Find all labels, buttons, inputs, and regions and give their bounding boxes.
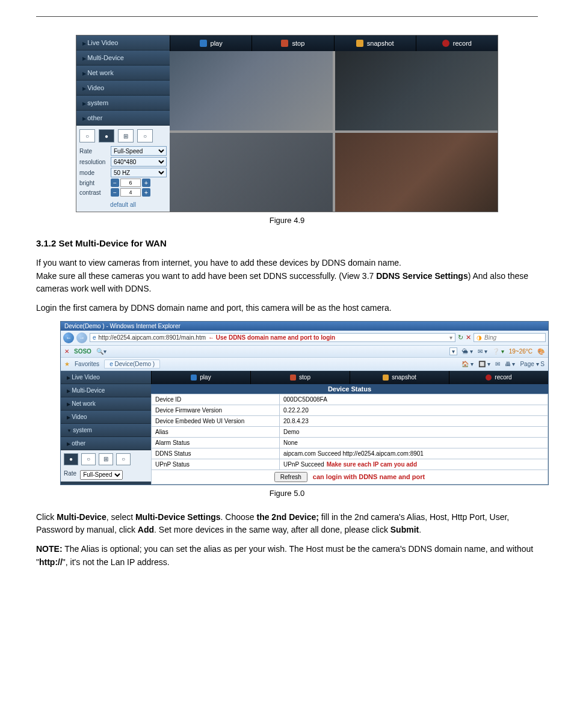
layout-1-icon[interactable]: ○ [81,453,96,465]
page-menu-label[interactable]: Page ▾ S [520,361,545,367]
fig49-side-panel: Live Video Multi-Device Net work Video s… [76,35,170,212]
forward-button[interactable]: → [76,332,87,343]
video-cell-1[interactable] [170,51,333,130]
video-cell-4[interactable] [335,133,498,212]
fig49-control-box: ○ ● ⊞ ○ Rate Full-Speed resolution 640*4… [76,126,170,212]
layout-9-icon[interactable]: ⊞ [99,453,113,465]
address-annotation: ← Use DDNS domain name and port to login [208,334,335,341]
menu-multi-device[interactable]: Multi-Device [76,50,170,66]
palette-icon[interactable]: 🎨 [537,348,545,355]
layout-4-icon[interactable]: ● [99,129,114,142]
refresh-button[interactable]: Refresh [274,472,307,482]
search-icon[interactable]: 🔍▾ [96,348,106,355]
resolution-select[interactable]: 640*480 [111,157,167,167]
stop-load-icon[interactable]: ✕ [466,334,471,341]
menu-video[interactable]: Video [76,81,170,96]
window-title: Device(Demo ) - Windows Internet Explore… [61,322,548,331]
soso-label: SOSO [74,348,91,355]
tail-paragraph-1: Click Multi-Device, select Multi-Device … [36,511,538,537]
table-row: Device Firmware Version0.22.2.20 [152,405,548,415]
video-cell-2[interactable] [335,51,498,130]
play-icon [191,375,197,381]
menu-system[interactable]: system [61,424,151,437]
contrast-plus-button[interactable]: + [142,188,150,197]
address-bar[interactable]: e http://e0254.aipcam.com:8901/main.htm … [90,333,455,342]
back-button[interactable]: ← [63,332,74,343]
menu-network[interactable]: Net work [61,397,151,411]
snapshot-button[interactable]: snapshot [334,35,416,51]
toolbar-dropdown[interactable]: ▾ [449,347,457,355]
annotation-2: can login with DDNS name and port [313,473,425,480]
record-button[interactable]: record [416,35,498,51]
mode-select[interactable]: 50 HZ [111,168,167,177]
play-button[interactable]: play [151,371,250,384]
menu-live-video[interactable]: Live Video [61,371,151,384]
refresh-icon[interactable]: ↻ [458,334,463,341]
menu-live-video[interactable]: Live Video [76,35,170,50]
section-paragraph-1: If you want to view cameras from interne… [36,257,538,296]
layout-16-icon[interactable]: ○ [137,129,153,142]
home-icon[interactable]: 🏠 ▾ [461,361,474,367]
menu-multi-device[interactable]: Multi-Device [61,384,151,397]
mail-icon[interactable]: ✉ ▾ [478,348,487,355]
section-paragraph-2: Login the first camera by DDNS domain na… [36,302,538,315]
contrast-input[interactable] [120,188,141,197]
refresh-row: Refresh can login with DDNS name and por… [151,470,548,485]
snapshot-button[interactable]: snapshot [350,371,449,384]
table-row: Device ID000DC5D008FA [152,394,548,405]
menu-video[interactable]: Video [61,411,151,424]
snapshot-icon [356,40,363,47]
layout-16-icon[interactable]: ○ [116,453,131,465]
weather-icon: 🌦 ▾ [462,348,473,355]
stop-button[interactable]: stop [250,371,350,384]
bright-plus-button[interactable]: + [142,179,150,187]
bright-input[interactable] [120,179,141,187]
print-icon[interactable]: 🖶 ▾ [505,361,516,367]
rate-select[interactable]: Full-Speed [80,470,123,480]
figure-5-0: Device(Demo ) - Windows Internet Explore… [60,321,549,485]
layout-1-icon[interactable]: ○ [79,129,95,142]
help-icon[interactable]: ❔ ▾ [492,348,504,355]
favorites-bar: ★ Favorites e Device(Demo ) 🏠 ▾ 🔲 ▾ ✉ 🖶 … [61,358,548,371]
fig49-menu: Live Video Multi-Device Net work Video s… [76,35,170,126]
layout-9-icon[interactable]: ⊞ [118,129,134,142]
favorites-label: Favorites [75,361,99,367]
bright-label: bright [79,180,110,186]
device-status-header: Device Status [151,384,548,394]
record-icon [442,40,449,47]
contrast-minus-button[interactable]: − [111,188,119,197]
rate-select[interactable]: Full-Speed [111,146,167,156]
menu-network[interactable]: Net work [76,66,170,81]
figure-4-9: Live Video Multi-Device Net work Video s… [76,35,498,212]
stop-icon [281,40,288,47]
address-bar-row: ← → e http://e0254.aipcam.com:8901/main.… [61,331,548,346]
layout-4-icon[interactable]: ● [64,453,78,465]
video-cell-3[interactable] [170,133,333,212]
contrast-label: contrast [79,189,110,196]
figure-5-0-caption: Figure 5.0 [36,489,538,498]
favorites-tab[interactable]: e Device(Demo ) [104,359,160,369]
bing-icon: ◑ [477,334,482,341]
feeds-icon[interactable]: 🔲 ▾ [478,361,490,367]
fig49-main: play stop snapshot record [170,35,498,212]
menu-system[interactable]: system [76,96,170,111]
default-all-link[interactable]: default all [79,198,167,208]
menu-other[interactable]: other [61,437,151,450]
table-row: UPnP Status UPnP SucceedMake sure each I… [152,459,548,470]
fig49-video-grid [170,51,498,212]
read-mail-icon[interactable]: ✉ [495,361,500,367]
section-heading: 3.1.2 Set Multi-Device for WAN [36,238,538,248]
play-button[interactable]: play [170,35,252,51]
device-status-table: Device ID000DC5D008FA Device Firmware Ve… [151,394,548,470]
ie-icon: e [93,334,96,341]
table-row: Alarm StatusNone [152,437,548,448]
menu-other[interactable]: other [76,111,170,126]
annotation-1: Make sure each IP cam you add [327,461,417,468]
favorites-star-icon[interactable]: ★ [64,361,70,367]
table-row: AliasDemo [152,426,548,437]
record-button[interactable]: record [449,371,548,384]
bright-minus-button[interactable]: − [111,179,119,187]
temp-label: 19~26°C [509,348,532,355]
search-box[interactable]: ◑ Bing [474,333,546,342]
stop-button[interactable]: stop [252,35,333,51]
